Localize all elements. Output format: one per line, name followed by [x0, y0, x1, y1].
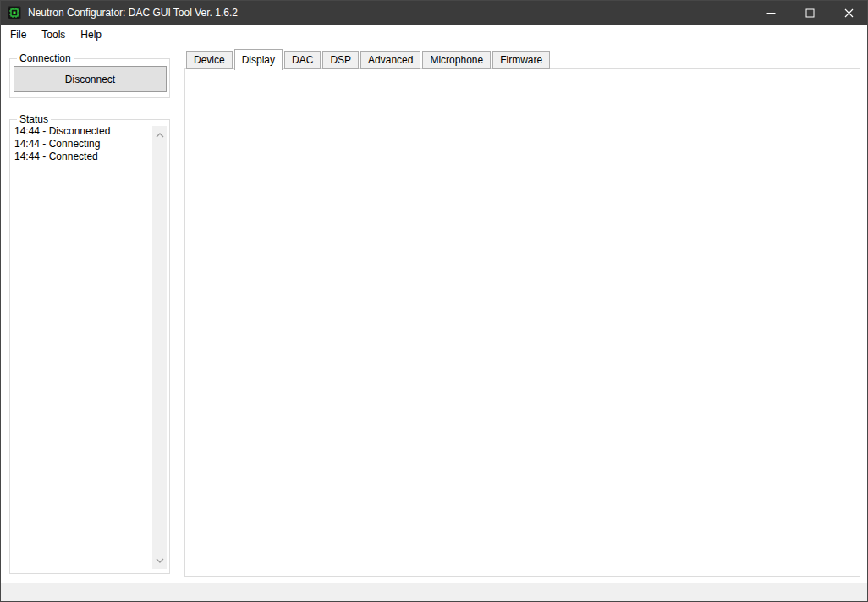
minimize-button[interactable] [751, 0, 790, 25]
tab-device[interactable]: Device [186, 51, 233, 69]
tab-dac[interactable]: DAC [284, 51, 321, 69]
statusbar [1, 583, 867, 601]
scrollbar-down-icon[interactable] [152, 553, 167, 567]
window-title: Neutron Configurator: DAC GUI Tool Ver. … [28, 0, 238, 25]
status-entry: 14:44 - Connecting [14, 138, 150, 150]
app-icon [8, 6, 21, 19]
close-button[interactable] [829, 0, 868, 25]
connection-group-label: Connection [17, 52, 74, 64]
menu-file[interactable]: File [3, 25, 34, 44]
tabstrip: DeviceDisplayDACDSPAdvancedMicrophoneFir… [186, 48, 552, 69]
status-group-label: Status [17, 113, 51, 125]
status-entry: 14:44 - Disconnected [14, 125, 150, 138]
scrollbar-up-icon[interactable] [152, 128, 167, 142]
titlebar: Neutron Configurator: DAC GUI Tool Ver. … [0, 0, 868, 25]
status-entry: 14:44 - Connected [14, 150, 150, 163]
tab-display[interactable]: Display [234, 49, 283, 70]
status-log: 14:44 - Disconnected14:44 - Connecting14… [14, 125, 150, 163]
menubar: FileToolsHelp [1, 25, 867, 44]
tab-advanced[interactable]: Advanced [360, 51, 420, 69]
status-group: Status [9, 119, 170, 574]
maximize-button[interactable] [790, 0, 829, 25]
tab-dsp[interactable]: DSP [322, 51, 359, 69]
disconnect-button[interactable]: Disconnect [14, 66, 167, 92]
status-scrollbar[interactable] [152, 126, 167, 569]
app-window: Neutron Configurator: DAC GUI Tool Ver. … [0, 0, 868, 602]
tab-firmware[interactable]: Firmware [492, 51, 550, 69]
menu-tools[interactable]: Tools [34, 25, 73, 44]
tab-microphone[interactable]: Microphone [422, 51, 491, 69]
display-tab-page [184, 68, 860, 577]
menu-help[interactable]: Help [73, 25, 109, 44]
